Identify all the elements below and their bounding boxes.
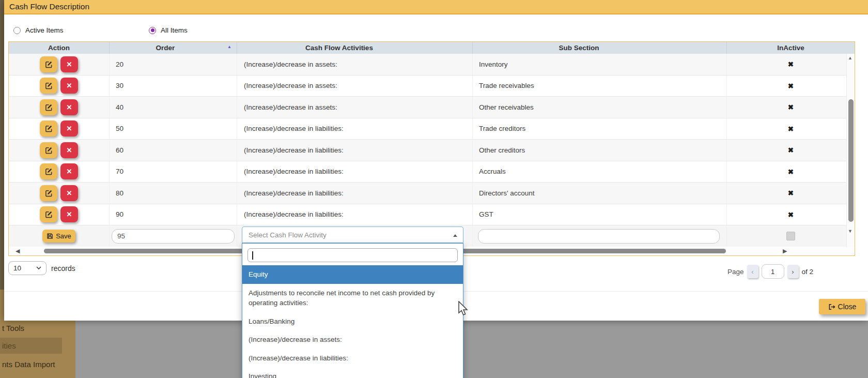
- order-cell: 70: [109, 161, 237, 183]
- delete-button[interactable]: ✕: [60, 163, 78, 179]
- delete-x-icon: ✕: [67, 168, 72, 175]
- sort-ascending-icon[interactable]: ▲: [227, 44, 231, 49]
- header-order[interactable]: Order ▲: [109, 42, 237, 54]
- edit-button[interactable]: [40, 206, 57, 222]
- header-sub-section[interactable]: Sub Section: [472, 42, 726, 54]
- dropdown-option[interactable]: Investing: [242, 367, 463, 378]
- delete-x-icon: ✕: [67, 82, 72, 89]
- header-order-label: Order: [156, 44, 175, 52]
- scroll-left-icon[interactable]: ◀: [16, 248, 20, 254]
- order-cell: 80: [109, 183, 237, 204]
- inactive-mark: ✖: [726, 161, 855, 183]
- delete-button[interactable]: ✕: [60, 142, 78, 158]
- active-items-radio-group[interactable]: Active Items: [13, 26, 64, 34]
- all-items-radio-group[interactable]: All Items: [149, 26, 188, 34]
- header-inactive[interactable]: InActive: [726, 42, 855, 54]
- delete-button[interactable]: ✕: [60, 185, 78, 201]
- vertical-scrollbar-thumb[interactable]: [848, 99, 854, 222]
- delete-button[interactable]: ✕: [60, 120, 78, 137]
- edit-button[interactable]: [40, 78, 57, 94]
- active-items-radio[interactable]: [13, 27, 21, 34]
- delete-x-icon: ✕: [67, 146, 72, 154]
- delete-button[interactable]: ✕: [60, 206, 78, 222]
- background-sidebar-item[interactable]: ities: [0, 338, 62, 354]
- cash-flow-description-dialog: Cash Flow Description Active Items All I…: [4, 0, 868, 321]
- edit-button[interactable]: [40, 185, 57, 201]
- new-order-input[interactable]: [112, 229, 235, 244]
- dialog-titlebar: Cash Flow Description: [4, 0, 868, 14]
- activity-cell: (Increase)/decrease in assets:: [237, 97, 472, 118]
- save-button-label: Save: [56, 232, 71, 240]
- pencil-edit-icon: [45, 146, 53, 154]
- close-button-label: Close: [838, 303, 857, 311]
- records-count-select[interactable]: 10: [8, 261, 47, 275]
- dropdown-option[interactable]: (Increase)/decrease in assets:: [242, 330, 463, 349]
- select-control[interactable]: Select Cash Flow Activity: [242, 226, 463, 243]
- dialog-title: Cash Flow Description: [9, 2, 89, 11]
- edit-button[interactable]: [40, 56, 57, 72]
- edit-button[interactable]: [40, 142, 57, 158]
- all-items-radio[interactable]: [149, 27, 156, 34]
- cash-flow-table: Action Order ▲ Cash Flow Activities Sub …: [8, 41, 855, 256]
- scroll-right-icon[interactable]: ▶: [783, 248, 787, 254]
- mouse-cursor: [458, 301, 470, 316]
- dropdown-option[interactable]: Adjustments to reconcile net income to n…: [242, 284, 463, 312]
- table-header-row: Action Order ▲ Cash Flow Activities Sub …: [9, 42, 855, 54]
- vertical-scrollbar[interactable]: ▲ ▼: [846, 54, 855, 247]
- table-row: ✕ 80 (Increase)/decrease in liabilities:…: [9, 183, 855, 204]
- new-inactive-checkbox[interactable]: [786, 232, 795, 240]
- inactive-mark: ✖: [726, 54, 855, 75]
- dropdown-option[interactable]: Equity: [242, 265, 463, 284]
- table-row: ✕ 60 (Increase)/decrease in liabilities:…: [9, 140, 855, 161]
- background-sidebar-menu: t Tools ities nts Data Import: [0, 320, 75, 373]
- table-row: ✕ 70 (Increase)/decrease in liabilities:…: [9, 161, 855, 183]
- inactive-mark: ✖: [726, 97, 855, 118]
- active-items-label: Active Items: [25, 26, 64, 34]
- new-sub-section-input[interactable]: [478, 229, 720, 244]
- table-row: ✕ 30 (Increase)/decrease in assets: Trad…: [9, 75, 855, 97]
- header-cash-flow-activities[interactable]: Cash Flow Activities: [237, 42, 472, 54]
- activity-cell: (Increase)/decrease in liabilities:: [237, 204, 472, 225]
- order-cell: 30: [109, 75, 237, 97]
- delete-x-icon: ✕: [67, 210, 72, 218]
- exit-arrow-icon: [828, 303, 836, 311]
- delete-button[interactable]: ✕: [60, 56, 78, 72]
- activity-cell: (Increase)/decrease in assets:: [237, 75, 472, 97]
- table-row: ✕ 90 (Increase)/decrease in liabilities:…: [9, 204, 855, 226]
- activity-cell: (Increase)/decrease in assets:: [237, 54, 472, 75]
- dropdown-option[interactable]: Loans/Banking: [242, 312, 463, 331]
- dropdown-option[interactable]: (Increase)/decrease in liabilities:: [242, 349, 463, 368]
- select-dropdown-panel: Equity Adjustments to reconcile net inco…: [242, 243, 463, 378]
- dropdown-search-input[interactable]: [247, 248, 458, 262]
- page-number-input[interactable]: [762, 264, 784, 279]
- next-page-button[interactable]: ›: [787, 265, 799, 278]
- previous-page-button[interactable]: ‹: [747, 265, 758, 278]
- scroll-up-icon[interactable]: ▲: [848, 55, 853, 61]
- background-sidebar-item[interactable]: t Tools: [0, 320, 75, 337]
- inactive-mark: ✖: [726, 140, 855, 161]
- activity-cell: (Increase)/decrease in liabilities:: [237, 118, 472, 140]
- all-items-label: All Items: [161, 26, 188, 34]
- edit-button[interactable]: [40, 99, 57, 115]
- sub-section-cell: Inventory: [472, 54, 726, 75]
- save-button[interactable]: Save: [42, 230, 75, 243]
- edit-button[interactable]: [40, 163, 57, 179]
- background-sidebar-item[interactable]: nts Data Import: [0, 356, 75, 373]
- dropdown-options-list: Equity Adjustments to reconcile net inco…: [242, 265, 463, 378]
- pencil-edit-icon: [45, 210, 53, 218]
- table-row: ✕ 40 (Increase)/decrease in assets: Othe…: [9, 97, 855, 118]
- sub-section-cell: GST: [472, 204, 726, 225]
- delete-button[interactable]: ✕: [60, 99, 78, 115]
- sub-section-cell: Other creditors: [472, 140, 726, 161]
- delete-x-icon: ✕: [67, 189, 72, 197]
- close-button[interactable]: Close: [819, 299, 865, 314]
- edit-button[interactable]: [40, 120, 57, 137]
- text-caret: [252, 251, 253, 260]
- order-cell: 50: [109, 118, 237, 140]
- select-placeholder: Select Cash Flow Activity: [249, 231, 327, 239]
- delete-button[interactable]: ✕: [60, 78, 78, 94]
- table-body: ✕ 20 (Increase)/decrease in assets: Inve…: [9, 54, 855, 225]
- pencil-edit-icon: [45, 103, 53, 111]
- scroll-down-icon[interactable]: ▼: [848, 229, 853, 234]
- header-action[interactable]: Action: [9, 42, 109, 54]
